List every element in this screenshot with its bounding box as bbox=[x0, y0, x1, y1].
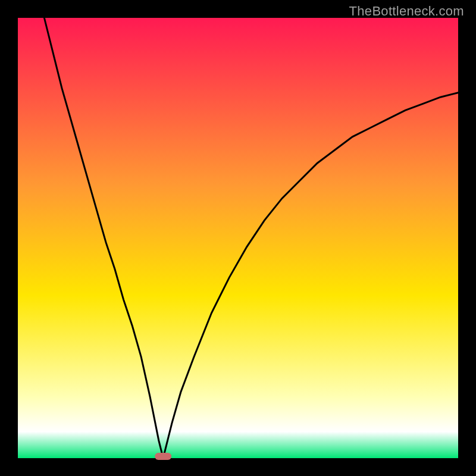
watermark-label: TheBottleneck.com bbox=[349, 4, 464, 19]
chart-svg bbox=[0, 0, 476, 476]
chart-stage: TheBottleneck.com bbox=[0, 0, 476, 476]
minimum-marker bbox=[155, 453, 171, 460]
plot-background bbox=[18, 18, 458, 458]
